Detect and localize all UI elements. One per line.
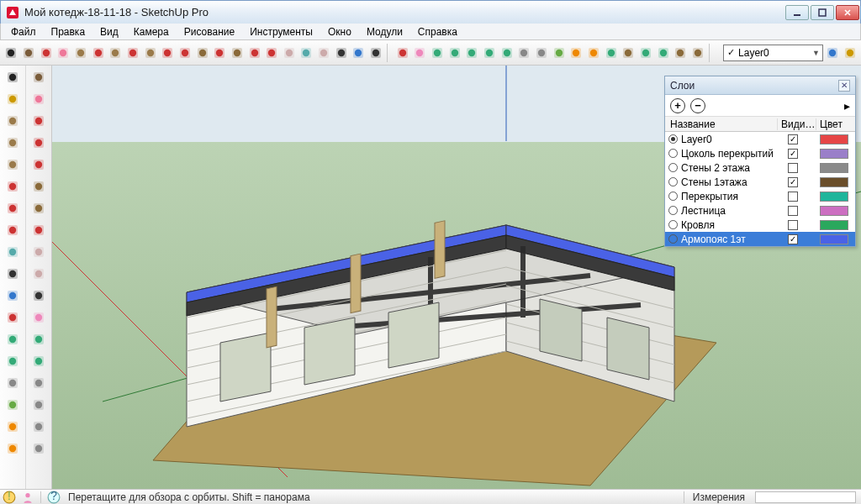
freehand-tool[interactable] bbox=[28, 155, 50, 175]
zoom-button[interactable] bbox=[430, 43, 446, 63]
menu-инструменты[interactable]: Инструменты bbox=[243, 24, 320, 39]
text-button[interactable] bbox=[333, 43, 349, 63]
followme-tool[interactable] bbox=[28, 198, 50, 218]
move-button[interactable] bbox=[177, 43, 193, 63]
rotate-button[interactable] bbox=[212, 43, 228, 63]
layer-query-button[interactable] bbox=[825, 43, 841, 63]
menu-модули[interactable]: Модули bbox=[360, 24, 409, 39]
zoom-tool[interactable] bbox=[2, 329, 24, 349]
close-button[interactable] bbox=[836, 5, 859, 20]
layers-panel-close-icon[interactable]: ✕ bbox=[838, 80, 850, 92]
col-name[interactable]: Название bbox=[665, 118, 778, 130]
tape-button[interactable] bbox=[282, 43, 298, 63]
walk-button[interactable] bbox=[551, 43, 567, 63]
layer-visible-checkbox[interactable]: ✓ bbox=[788, 177, 798, 187]
dimension-button[interactable] bbox=[298, 43, 314, 63]
position-camera-tool[interactable] bbox=[2, 373, 24, 393]
layer-row[interactable]: Армопояс 1эт✓ bbox=[665, 232, 855, 246]
freehand-button[interactable] bbox=[160, 43, 176, 63]
xray-tool[interactable] bbox=[28, 395, 50, 415]
arc-button[interactable] bbox=[125, 43, 141, 63]
tape-tool[interactable] bbox=[28, 242, 50, 262]
layer-active-radio[interactable] bbox=[668, 192, 678, 201]
move-tool[interactable] bbox=[2, 176, 24, 197]
menu-вид[interactable]: Вид bbox=[93, 24, 125, 39]
layer-active-radio[interactable] bbox=[668, 220, 678, 229]
menu-правка[interactable]: Правка bbox=[45, 24, 92, 39]
remove-layer-button[interactable]: − bbox=[690, 98, 705, 113]
layer-color-swatch[interactable] bbox=[820, 192, 848, 202]
section-fill-tool[interactable] bbox=[2, 438, 24, 459]
layer-select[interactable]: Layer0 bbox=[723, 45, 823, 61]
layer-visible-checkbox[interactable]: ✓ bbox=[788, 149, 798, 159]
layer-row[interactable]: Цоколь перекрытий✓ bbox=[665, 146, 855, 160]
layer-color-swatch[interactable] bbox=[820, 177, 848, 187]
prev-view-tool[interactable] bbox=[2, 351, 24, 371]
layer-color-swatch[interactable] bbox=[820, 163, 848, 173]
share-button[interactable] bbox=[673, 43, 689, 63]
followme-button[interactable] bbox=[230, 43, 246, 63]
previous-button[interactable] bbox=[464, 43, 480, 63]
line-button[interactable] bbox=[90, 43, 106, 63]
paint-tool[interactable] bbox=[2, 89, 24, 109]
layer-row[interactable]: Перекрытия bbox=[665, 189, 855, 203]
zoom-window-button[interactable] bbox=[446, 43, 462, 63]
col-color[interactable]: Цвет bbox=[816, 118, 855, 130]
section-display-button[interactable] bbox=[586, 43, 602, 63]
offset-button[interactable] bbox=[264, 43, 280, 63]
layer-active-radio[interactable] bbox=[668, 163, 678, 172]
3dwarehouse-button[interactable] bbox=[689, 43, 705, 63]
status-help-icon[interactable]: ? bbox=[47, 491, 61, 504]
menu-камера[interactable]: Камера bbox=[127, 24, 176, 39]
layer-color-swatch[interactable] bbox=[820, 134, 848, 144]
zoom-window-tool[interactable] bbox=[28, 329, 50, 349]
menu-окно[interactable]: Окно bbox=[321, 24, 358, 39]
zoom-extents-button[interactable] bbox=[499, 43, 515, 63]
menu-рисование[interactable]: Рисование bbox=[177, 24, 241, 39]
select-tool[interactable] bbox=[2, 67, 24, 87]
add-layer-button[interactable]: + bbox=[670, 98, 685, 113]
menu-справка[interactable]: Справка bbox=[411, 24, 464, 39]
layer-color-swatch[interactable] bbox=[820, 220, 848, 230]
scale-button[interactable] bbox=[246, 43, 262, 63]
dimension-tool[interactable] bbox=[2, 242, 24, 262]
select-tool-button[interactable] bbox=[3, 43, 19, 63]
make-component-button[interactable] bbox=[21, 43, 37, 63]
arc-tool[interactable] bbox=[28, 133, 50, 153]
pushpull-tool[interactable] bbox=[28, 176, 50, 197]
layers-panel[interactable]: Слои ✕ + − ▸ Название Види… Цвет Layer0✓… bbox=[664, 76, 856, 247]
next-button[interactable] bbox=[482, 43, 498, 63]
rectangle-button[interactable] bbox=[73, 43, 89, 63]
scale-tool[interactable] bbox=[28, 220, 50, 240]
walk-tool[interactable] bbox=[2, 395, 24, 415]
col-visible[interactable]: Види… bbox=[778, 118, 816, 130]
layer-color-swatch[interactable] bbox=[820, 149, 848, 159]
protractor-tool[interactable] bbox=[28, 264, 50, 284]
eraser-tool[interactable] bbox=[28, 89, 50, 109]
layer-row[interactable]: Стены 2 этажа bbox=[665, 160, 855, 175]
offset-tool[interactable] bbox=[2, 220, 24, 240]
component-tool[interactable] bbox=[28, 67, 50, 87]
layer-active-radio[interactable] bbox=[668, 177, 678, 186]
layer-visible-checkbox[interactable] bbox=[788, 206, 798, 216]
layer-active-radio[interactable] bbox=[668, 206, 678, 215]
measure-input[interactable] bbox=[755, 491, 856, 503]
shadows-tool[interactable] bbox=[28, 417, 50, 437]
layer-visible-checkbox[interactable]: ✓ bbox=[788, 234, 798, 244]
3dtext-tool[interactable] bbox=[28, 286, 50, 306]
rectangle-tool[interactable] bbox=[2, 111, 24, 131]
circle-tool[interactable] bbox=[2, 133, 24, 153]
look-around-button[interactable] bbox=[534, 43, 550, 63]
layer-color-swatch[interactable] bbox=[820, 234, 848, 244]
minimize-button[interactable] bbox=[785, 5, 809, 20]
layers-panel-flyout-icon[interactable]: ▸ bbox=[844, 99, 850, 113]
polygon-button[interactable] bbox=[142, 43, 158, 63]
layer-color-swatch[interactable] bbox=[820, 206, 848, 216]
paint-bucket-button[interactable] bbox=[38, 43, 54, 63]
3dtext-button[interactable] bbox=[368, 43, 384, 63]
rotate-tool[interactable] bbox=[2, 198, 24, 218]
orbit-button[interactable] bbox=[394, 43, 410, 63]
layer-visible-checkbox[interactable]: ✓ bbox=[788, 134, 798, 144]
ge-place-button[interactable] bbox=[655, 43, 671, 63]
status-person-icon[interactable] bbox=[21, 491, 34, 504]
